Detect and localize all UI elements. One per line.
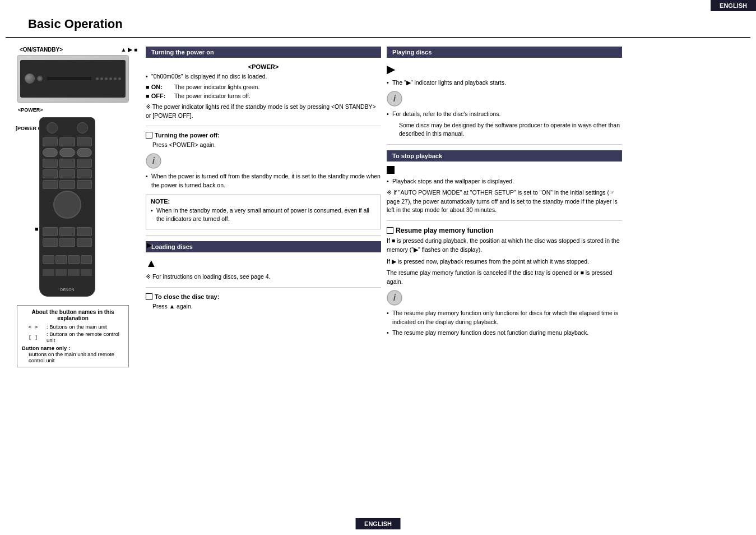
legend-bold-label: Button name only [22, 345, 67, 351]
remote-mid-btn-5 [59, 238, 75, 247]
svg-text:i: i [393, 293, 396, 302]
off-row: ■ OFF: The power indicator turns off. [146, 93, 381, 99]
front-panel [20, 60, 126, 97]
indicator-dot-4 [109, 77, 112, 80]
legend-symbol-1: < > [22, 324, 44, 330]
remote-transport-1 [43, 255, 54, 264]
controls-label: ▲ ▶ ■ [121, 47, 138, 53]
remote-btn-7 [43, 159, 58, 168]
turning-on-header: Turning the power on [146, 47, 381, 58]
stop-square-icon [387, 166, 395, 174]
remote-btn-13 [43, 180, 58, 189]
page-title: Basic Operation [6, 6, 750, 38]
remote-bot-btn-2 [55, 269, 67, 276]
right-column: Playing discs ▶ The "▶" indicator lights… [387, 47, 622, 367]
eject-symbol: ▲ [146, 257, 381, 270]
legend-title: About the button names in this explanati… [22, 309, 124, 321]
remote-brand-label: DENON [40, 288, 95, 292]
on-label: ■ ON: [146, 84, 171, 90]
indicator-dot-2 [100, 77, 103, 80]
close-tray-title: To close the disc tray: [146, 293, 381, 300]
remote-btn-4 [43, 148, 58, 157]
indicator-dot-1 [96, 77, 99, 80]
resume-para-2: If ▶ is pressed now, playback resumes fr… [387, 257, 622, 266]
loading-asterisk: For instructions on loading discs, see p… [146, 273, 381, 282]
remote-mid-btn-2 [59, 227, 75, 236]
legend-row-2: [ ] : Buttons on the remote control unit [22, 331, 124, 343]
indicator-dot-5 [114, 77, 117, 80]
indicator-dot-3 [105, 77, 108, 80]
legend-desc-4: Buttons on the main unit and remote cont… [29, 351, 114, 363]
remote-container: [POWER OFF] [17, 117, 140, 297]
turning-off-title: Turning the power off: [146, 132, 381, 139]
on-desc: The power indicator lights green. [174, 84, 259, 90]
resume-para-1: If ■ is pressed during playback, the pos… [387, 237, 622, 255]
svg-text:i: i [393, 94, 396, 103]
resume-tip-2: The resume play memory function does not… [387, 329, 622, 338]
tip-svg-2: i [387, 91, 402, 107]
remote-mid-btn-3 [77, 227, 92, 236]
remote-mid-btn-6 [77, 238, 92, 247]
legend-colon: : [68, 345, 70, 351]
main-unit-image [17, 55, 129, 103]
remote-btn-12 [77, 169, 92, 178]
resume-para-3: The resume play memory function is cance… [387, 269, 622, 287]
remote-middle-buttons [43, 227, 92, 248]
tip-bullet-1: When the power is turned off from the st… [146, 172, 381, 190]
svg-text:i: i [152, 156, 155, 165]
stop-asterisk: If "AUTO POWER MODE" at "OTHER SETUP" is… [387, 188, 622, 215]
note-bullet: When in the standby mode, a very small a… [151, 206, 376, 224]
tip-svg-1: i [146, 153, 161, 169]
remote-mid-btn-1 [43, 227, 58, 236]
remote-btn-15 [77, 180, 92, 189]
disc-slot [47, 77, 91, 80]
bottom-language-label: ENGLISH [364, 520, 392, 527]
remote-btn-2 [59, 137, 75, 146]
middle-column: Turning the power on <POWER> "0h00m00s" … [146, 47, 381, 367]
remote-btn-8 [59, 159, 75, 168]
legend-box: About the button names in this explanati… [17, 305, 129, 367]
top-language-badge: ENGLISH [711, 0, 756, 11]
language-label: ENGLISH [720, 2, 747, 9]
remote-bot-btn-4 [81, 269, 92, 276]
legend-symbol-2: [ ] [22, 334, 44, 340]
legend-desc-2: : Buttons on the remote control unit [47, 331, 124, 343]
remote-btn-3 [77, 137, 92, 146]
play-symbol: ▶ [387, 62, 622, 76]
close-tray-label: To close the disc tray: [155, 293, 219, 300]
play-arrow-right: ▶ [147, 242, 151, 249]
remote-control-image: DENON [39, 117, 95, 297]
legend-row-4: Buttons on the main unit and remote cont… [22, 351, 124, 363]
resume-tip-1: The resume play memory function only fun… [387, 309, 622, 327]
turning-off-desc: Press <POWER> again. [146, 141, 381, 150]
bottom-language-badge: ENGLISH [355, 518, 401, 529]
device-labels: <ON/STANDBY> ▲ ▶ ■ [17, 47, 140, 53]
remote-nav-circle [53, 191, 81, 219]
legend-row-3: Button name only : [22, 345, 124, 351]
loading-discs-header: Loading discs [146, 241, 381, 252]
remote-btn-1 [43, 137, 58, 146]
remote-btn-10 [43, 169, 58, 178]
play-tip-1: For details, refer to the disc's instruc… [387, 110, 622, 119]
secondary-knob [37, 76, 43, 81]
remote-knob-right [77, 122, 88, 133]
remote-btn-14 [59, 180, 75, 189]
checkbox-icon-resume [387, 227, 393, 234]
off-label: ■ OFF: [146, 93, 171, 99]
power-bullet1: "0h00m00s" is displayed if no disc is lo… [146, 72, 381, 81]
power-knob [25, 73, 35, 84]
checkbox-icon-off [146, 132, 152, 139]
checkbox-icon-close [146, 293, 152, 300]
power-button-label: <POWER> [18, 107, 140, 113]
resume-title: Resume play memory function [396, 227, 494, 234]
play-tip-2: Some discs may be designed by the softwa… [387, 121, 622, 139]
legend-row-1: < > : Buttons on the main unit [22, 324, 124, 330]
note-title: NOTE: [151, 198, 376, 205]
stop-square-label: ■ [35, 225, 39, 232]
remote-bottom-buttons [43, 269, 92, 277]
tip-icon-3: i [387, 290, 402, 306]
tip-icon-2: i [387, 91, 402, 107]
remote-bot-btn-1 [43, 269, 54, 276]
stop-symbol-display [387, 166, 622, 174]
tip-svg-3: i [387, 290, 402, 306]
